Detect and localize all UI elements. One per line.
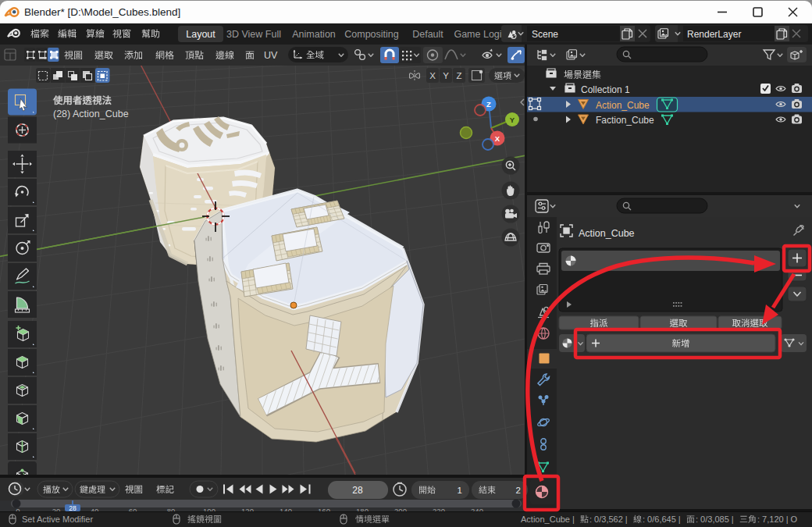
svg-text:Z: Z: [486, 100, 491, 109]
svg-text:: 0/3,085 |: : 0/3,085 |: [696, 515, 734, 524]
svg-text:1: 1: [458, 486, 462, 495]
svg-text:: 7,120 | O: : 7,120 | O: [757, 515, 798, 524]
svg-text:28: 28: [69, 504, 77, 512]
svg-text:3D View Full: 3D View Full: [226, 29, 281, 40]
svg-text:Y: Y: [510, 116, 515, 124]
svg-text:(28) Action_Cube: (28) Action_Cube: [53, 109, 129, 119]
svg-text:Compositing: Compositing: [344, 29, 399, 40]
svg-text:Game Logi: Game Logi: [454, 29, 501, 40]
svg-text:X: X: [495, 134, 500, 143]
svg-text:Animation: Animation: [292, 29, 336, 40]
svg-text:Action_Cube: Action_Cube: [579, 228, 635, 239]
svg-text:Action_Cube |: Action_Cube |: [521, 515, 575, 524]
svg-text:UV: UV: [264, 50, 278, 61]
svg-text:RenderLayer: RenderLayer: [687, 29, 741, 40]
svg-text:Set Active Modifier: Set Active Modifier: [22, 515, 93, 524]
svg-text:Y: Y: [443, 71, 449, 80]
svg-text:2: 2: [516, 486, 521, 495]
svg-text:Layout: Layout: [186, 29, 215, 40]
svg-text:: 0/6,645 |: : 0/6,645 |: [643, 515, 681, 524]
svg-text:Action_Cube: Action_Cube: [596, 100, 650, 111]
svg-text:28: 28: [352, 485, 363, 496]
svg-text:Blender* [D:\Model_Cubes.blend: Blender* [D:\Model_Cubes.blend]: [24, 6, 180, 18]
svg-text:Z: Z: [456, 71, 461, 80]
svg-text:Default: Default: [412, 29, 443, 40]
svg-text:: 0/3,562 |: : 0/3,562 |: [589, 515, 628, 524]
svg-text:Collection 1: Collection 1: [581, 84, 630, 95]
svg-text:Scene: Scene: [532, 29, 558, 40]
svg-text:Faction_Cube: Faction_Cube: [596, 115, 654, 126]
svg-text:X: X: [429, 71, 436, 80]
